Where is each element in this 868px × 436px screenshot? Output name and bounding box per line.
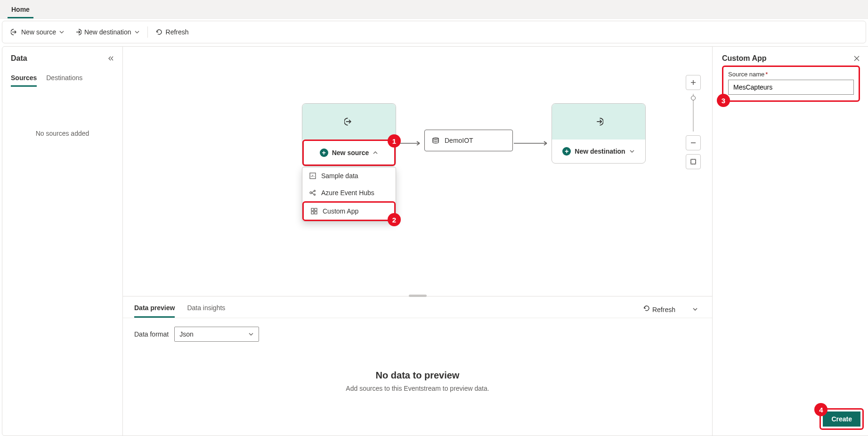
zoom-slider[interactable] — [693, 94, 694, 132]
tab-data-insights[interactable]: Data insights — [187, 300, 225, 318]
svg-point-4 — [314, 194, 316, 196]
preview-empty-subtitle: Add sources to this Eventstream to previ… — [134, 385, 701, 392]
zoom-thumb[interactable] — [691, 96, 696, 100]
source-name-label: Source name* — [728, 71, 854, 78]
svg-point-2 — [310, 192, 312, 194]
right-panel-title: Custom App — [722, 54, 767, 63]
destination-node-head — [552, 104, 645, 140]
zoom-controls — [686, 75, 701, 169]
source-name-field-group: Source name* 3 — [722, 66, 860, 102]
arrow-2 — [514, 140, 551, 141]
source-in-icon — [344, 117, 354, 126]
destination-out-icon — [594, 117, 603, 126]
svg-rect-5 — [311, 208, 314, 211]
plus-icon: + — [562, 147, 571, 156]
chevron-down-icon — [59, 29, 65, 35]
subtab-destinations[interactable]: Destinations — [46, 71, 82, 87]
new-source-node-label: New source — [332, 149, 369, 156]
close-icon[interactable] — [853, 55, 860, 62]
toolbar: New source New destination Refresh — [2, 21, 866, 43]
left-panel: Data Sources Destinations No sources add… — [2, 47, 123, 436]
source-name-input[interactable] — [728, 80, 854, 95]
required-asterisk: * — [765, 71, 768, 78]
subtab-sources[interactable]: Sources — [11, 71, 37, 87]
svg-rect-7 — [311, 212, 314, 214]
top-tab-bar: Home — [0, 0, 868, 19]
chevron-down-icon — [134, 29, 140, 35]
menu-custom-app[interactable]: Custom App 2 — [302, 201, 396, 221]
destination-out-icon — [74, 28, 81, 36]
preview-body: Data format Json No data to preview Add … — [123, 318, 712, 401]
toolbar-divider — [147, 26, 148, 38]
new-source-label: New source — [21, 28, 56, 36]
left-subtabs: Sources Destinations — [11, 71, 114, 87]
destination-node[interactable]: + New destination — [552, 103, 646, 164]
canvas[interactable]: + New source 1 Sample data — [123, 47, 712, 296]
chevron-down-icon — [248, 331, 254, 337]
create-button[interactable]: Create — [823, 411, 860, 427]
eventstream-node[interactable]: DemoIOT — [424, 130, 513, 151]
source-name-label-text: Source name — [728, 71, 764, 78]
new-destination-button[interactable]: New destination — [69, 25, 145, 39]
arrow-1 — [397, 140, 423, 141]
callout-1: 1 — [388, 134, 401, 148]
right-panel: Custom App Source name* 3 Create 4 — [712, 47, 868, 436]
no-sources-message: No sources added — [11, 130, 114, 137]
zoom-out-button[interactable] — [686, 135, 701, 150]
menu-sample-data-label: Sample data — [321, 172, 358, 180]
eventstream-node-label: DemoIOT — [445, 137, 473, 144]
menu-event-hubs-label: Azure Event Hubs — [321, 189, 374, 197]
zoom-in-button[interactable] — [686, 75, 701, 90]
menu-custom-app-label: Custom App — [323, 207, 358, 215]
data-format-label: Data format — [134, 330, 169, 338]
left-panel-title: Data — [11, 54, 27, 63]
preview-refresh-button[interactable]: Refresh — [643, 304, 675, 313]
custom-app-icon — [310, 207, 318, 215]
preview-panel: Data preview Data insights Refresh — [123, 296, 712, 436]
new-source-button[interactable]: New source — [6, 25, 69, 39]
refresh-icon — [643, 304, 650, 312]
preview-tabs: Data preview Data insights Refresh — [123, 296, 712, 318]
callout-3: 3 — [717, 94, 730, 107]
workspace: Data Sources Destinations No sources add… — [2, 46, 868, 436]
chevron-up-icon — [373, 150, 378, 156]
preview-refresh-label: Refresh — [652, 306, 675, 313]
menu-event-hubs[interactable]: Azure Event Hubs — [302, 184, 396, 201]
refresh-icon — [155, 28, 163, 36]
create-button-wrap: Create 4 — [819, 408, 864, 430]
svg-rect-0 — [691, 159, 696, 164]
new-destination-node-button[interactable]: + New destination — [552, 140, 645, 163]
new-destination-label: New destination — [84, 28, 131, 36]
sample-data-icon — [309, 172, 316, 180]
new-destination-node-label: New destination — [575, 148, 625, 155]
plus-icon: + — [320, 148, 328, 157]
panel-resize-grip[interactable] — [409, 295, 427, 297]
canvas-wrap: + New source 1 Sample data — [123, 47, 712, 436]
event-hubs-icon — [309, 189, 316, 197]
collapse-left-icon[interactable] — [107, 55, 114, 62]
svg-rect-6 — [315, 208, 317, 211]
eventstream-icon — [431, 136, 440, 145]
chevron-down-icon — [629, 148, 635, 154]
data-format-value: Json — [179, 330, 194, 338]
preview-empty-title: No data to preview — [134, 370, 701, 381]
refresh-button[interactable]: Refresh — [151, 25, 194, 39]
tab-data-preview[interactable]: Data preview — [134, 300, 175, 318]
new-source-node-button[interactable]: + New source 1 — [302, 140, 396, 166]
chevron-down-icon[interactable] — [692, 306, 698, 312]
menu-sample-data[interactable]: Sample data — [302, 167, 396, 184]
callout-2: 2 — [388, 213, 401, 226]
zoom-fit-button[interactable] — [686, 154, 701, 169]
svg-rect-8 — [315, 212, 317, 214]
source-in-icon — [11, 28, 18, 36]
source-node-head — [302, 104, 396, 140]
source-node[interactable]: + New source 1 — [302, 103, 396, 166]
tab-home[interactable]: Home — [8, 1, 33, 18]
refresh-label: Refresh — [166, 28, 189, 36]
data-format-select[interactable]: Json — [174, 327, 259, 342]
svg-point-3 — [314, 190, 316, 192]
source-type-menu: Sample data Azure Event Hubs — [302, 167, 396, 222]
